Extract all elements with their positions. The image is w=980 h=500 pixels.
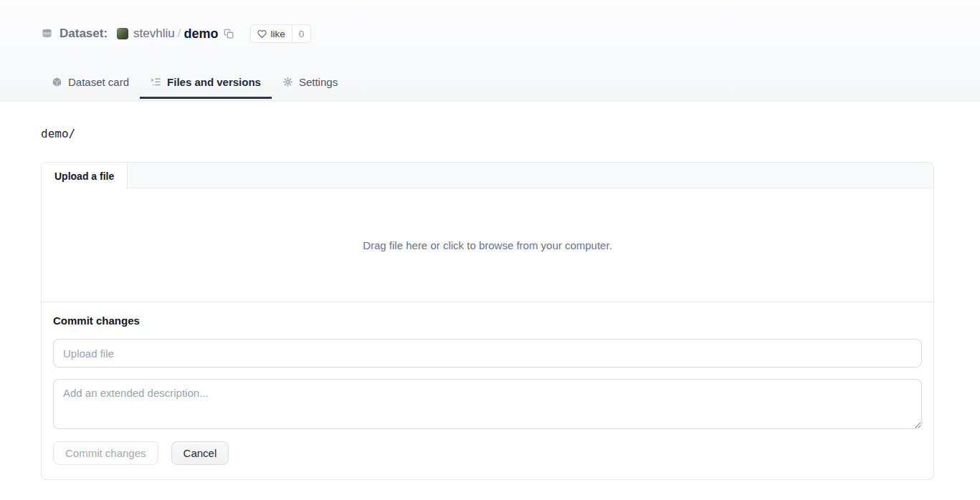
tab-upload-a-file[interactable]: Upload a file xyxy=(42,163,128,189)
breadcrumb[interactable]: demo/ xyxy=(41,127,980,140)
avatar[interactable] xyxy=(117,28,128,39)
gear-icon xyxy=(282,77,293,87)
repo-title-row: Dataset: stevhliu / demo like 0 xyxy=(41,25,980,42)
copy-icon[interactable] xyxy=(224,29,234,39)
dropzone-text: Drag file here or click to browse from y… xyxy=(363,239,612,251)
cancel-button[interactable]: Cancel xyxy=(171,441,229,465)
like-button[interactable]: like xyxy=(251,25,291,42)
commit-section-title: Commit changes xyxy=(53,314,922,327)
repo-header: Dataset: stevhliu / demo like 0 xyxy=(0,0,980,101)
repo-tabs: Dataset card Files and versions Settings xyxy=(41,76,980,98)
file-dropzone[interactable]: Drag file here or click to browse from y… xyxy=(42,188,933,302)
main-content: demo/ Upload a file Drag file here or cl… xyxy=(0,127,980,480)
upload-panel: Upload a file Drag file here or click to… xyxy=(41,162,934,480)
tab-label: Settings xyxy=(299,76,338,88)
like-label: like xyxy=(270,29,285,39)
commit-actions: Commit changes Cancel xyxy=(53,441,922,465)
like-widget: like 0 xyxy=(250,24,311,43)
upload-tab-strip: Upload a file xyxy=(42,163,933,188)
like-count[interactable]: 0 xyxy=(292,25,311,42)
tab-files-and-versions[interactable]: Files and versions xyxy=(140,76,272,98)
heart-icon xyxy=(257,29,267,39)
commit-section: Commit changes Commit changes Cancel xyxy=(42,302,933,479)
commit-changes-button[interactable]: Commit changes xyxy=(53,441,158,465)
commit-message-input[interactable] xyxy=(53,339,922,367)
path-separator: / xyxy=(178,27,181,41)
tab-settings[interactable]: Settings xyxy=(272,76,348,98)
commit-description-textarea[interactable] xyxy=(53,379,922,429)
box-icon xyxy=(52,77,62,87)
tab-label: Files and versions xyxy=(167,76,261,88)
repo-type-label: Dataset: xyxy=(60,27,108,41)
tab-dataset-card[interactable]: Dataset card xyxy=(41,76,140,98)
owner-link[interactable]: stevhliu xyxy=(133,27,175,41)
list-icon xyxy=(151,77,161,87)
tab-label: Dataset card xyxy=(68,76,129,88)
repo-name-link[interactable]: demo xyxy=(184,27,218,42)
database-icon xyxy=(41,28,53,40)
